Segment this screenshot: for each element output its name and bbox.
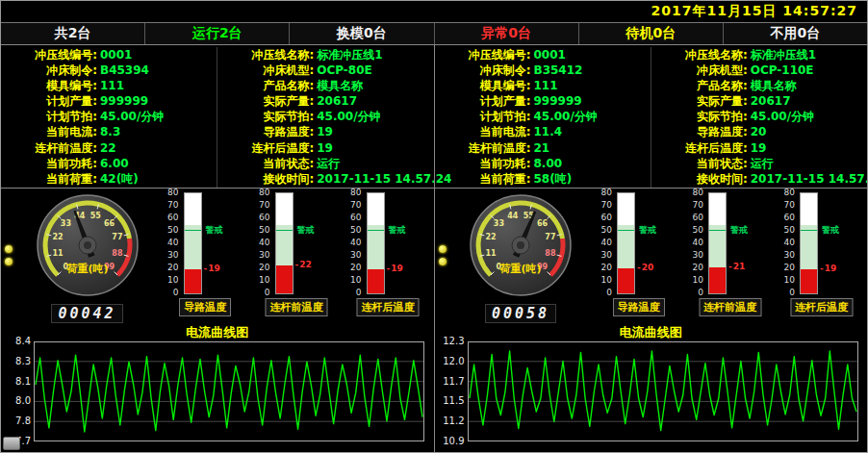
svg-text:66: 66 (104, 219, 115, 228)
info-row: 导路温度:19 (217, 124, 433, 139)
info-row: 当前状态:运行 (651, 156, 867, 171)
info-value: 111 (100, 78, 124, 93)
thermo-label: 连杆前温度 (266, 298, 328, 316)
thermo-scale-number: 20 (776, 263, 795, 272)
y-tick-label: 10.9 (440, 436, 465, 446)
info-label: 连杆前温度: (1, 140, 97, 156)
thermo-value-marker: 19 (387, 264, 403, 273)
info-label: 产品名称: (217, 78, 314, 93)
info-label: 冲压线编号: (435, 47, 531, 63)
y-tick-label: 11.7 (440, 376, 465, 387)
info-label: 当前状态: (651, 156, 748, 171)
info-row: 当前状态:运行 (217, 156, 433, 171)
indicator-led (5, 258, 13, 265)
status-tab-total[interactable]: 共2台 (1, 23, 145, 44)
thermo-scale-number: 60 (343, 213, 362, 222)
info-value: 标准冲压线1 (751, 47, 816, 63)
status-tab-abnormal[interactable]: 异常0台 (435, 23, 579, 44)
warning-line (618, 230, 634, 231)
taskbar-fragment[interactable] (3, 437, 20, 450)
warning-label: 警戒 (389, 224, 406, 237)
current-waveform-chart (34, 341, 424, 441)
thermo-scale-number: 60 (593, 213, 612, 222)
info-label: 实际节拍: (651, 109, 748, 124)
info-label: 冲床制令: (1, 63, 97, 78)
thermo-fill (801, 269, 817, 293)
thermo-scale-number: 50 (684, 225, 703, 235)
info-row: 冲床机型:OCP-110E (651, 63, 867, 78)
gauge-dial: 0112233445566778899荷重(吨) (448, 190, 593, 300)
thermo-scale-number: 0 (251, 288, 270, 297)
status-tab-running[interactable]: 运行2台 (145, 23, 290, 44)
thermo-scale-number: 10 (776, 275, 795, 285)
info-row: 当前功耗:6.00 (1, 156, 217, 171)
status-tab-unused[interactable]: 不用0台 (724, 23, 867, 44)
info-row: 当前电流:11.4 (435, 124, 651, 139)
info-label: 导路温度: (651, 124, 748, 139)
thermo-scale-number: 20 (160, 263, 179, 272)
info-row: 实际节拍:45.00/分钟 (217, 109, 433, 124)
thermometer-rod-rear-temp: 80706050403020100警戒19连杆后温度 (343, 190, 434, 324)
info-label: 当前荷重: (435, 171, 531, 187)
status-tab-mold-change[interactable]: 换模0台 (290, 23, 434, 44)
thermo-label: 导路温度 (613, 298, 665, 316)
info-label: 连杆前温度: (435, 140, 531, 156)
info-label: 当前电流: (1, 124, 97, 139)
info-label: 冲床机型: (651, 63, 748, 78)
thermo-scale-number: 10 (343, 275, 362, 285)
info-label: 实际产量: (217, 93, 314, 109)
info-value: 58(吨) (534, 171, 573, 187)
thermo-scale-number: 30 (776, 250, 795, 260)
thermo-scale-number: 60 (160, 213, 179, 222)
info-row: 计划产量:999999 (435, 93, 651, 109)
info-value: 模具名称 (317, 78, 363, 93)
svg-text:88: 88 (112, 249, 123, 258)
info-row: 当前功耗:8.00 (435, 156, 651, 171)
info-value: 111 (534, 78, 558, 93)
thermo-label: 连杆前温度 (699, 298, 761, 316)
info-row: 冲压线编号:0001 (1, 47, 217, 63)
info-row: 冲压线名称:标准冲压线1 (651, 47, 867, 63)
thermo-scale-number: 30 (593, 250, 612, 260)
load-gauge: 0112233445566778899荷重(吨)00042 (15, 190, 160, 324)
svg-text:22: 22 (52, 233, 63, 241)
indicator-led (5, 245, 13, 253)
thermo-bar (800, 192, 818, 294)
thermo-value-marker: 19 (820, 264, 836, 273)
info-row: 连杆前温度:21 (435, 140, 651, 156)
svg-text:66: 66 (537, 219, 549, 228)
info-label: 当前荷重: (1, 171, 97, 187)
thermometer-guide-temp: 80706050403020100警戒20导路温度 (593, 190, 684, 324)
thermo-value-marker: 20 (637, 263, 653, 272)
status-tab-standby[interactable]: 待机0台 (579, 23, 724, 44)
info-row: 计划产量:999999 (1, 93, 217, 109)
y-tick-label: 12.3 (440, 336, 465, 346)
current-waveform-chart (468, 341, 858, 441)
thermo-scale-number: 70 (343, 200, 362, 210)
thermo-scale-number: 30 (684, 250, 703, 260)
info-row: 实际产量:20617 (651, 93, 867, 109)
y-tick-label: 8.4 (6, 336, 31, 346)
thermo-fill (618, 268, 634, 293)
thermo-label: 连杆后温度 (790, 298, 853, 316)
machine-info: 冲压线编号:0001冲床制令:B35412模具编号:111计划产量:999999… (435, 45, 868, 189)
load-gauge: 0112233445566778899荷重(吨)00058 (448, 190, 593, 324)
info-row: 冲压线编号:0001 (435, 47, 651, 63)
chart-title: 电流曲线图 (7, 324, 428, 341)
thermo-scale-number: 60 (684, 213, 703, 222)
info-row: 实际节拍:45.00/分钟 (651, 109, 867, 124)
info-value: 8.00 (534, 156, 563, 171)
thermo-scale-number: 10 (684, 275, 703, 285)
thermo-scale-number: 40 (251, 238, 270, 247)
thermo-scale-number: 80 (251, 188, 270, 197)
info-row: 当前荷重:42(吨) (1, 171, 217, 187)
current-chart-block: 电流曲线图8.48.38.18.07.87.7 (1, 324, 434, 441)
chart-y-axis: 8.48.38.18.07.87.7 (7, 341, 34, 441)
info-value: B45394 (100, 63, 149, 78)
warning-line (801, 230, 817, 231)
thermo-label: 导路温度 (179, 298, 231, 316)
info-value: 999999 (534, 93, 582, 109)
thermo-scale-number: 10 (160, 275, 179, 285)
info-row: 冲床机型:OCP-80E (217, 63, 433, 78)
info-row: 模具编号:111 (1, 78, 217, 93)
